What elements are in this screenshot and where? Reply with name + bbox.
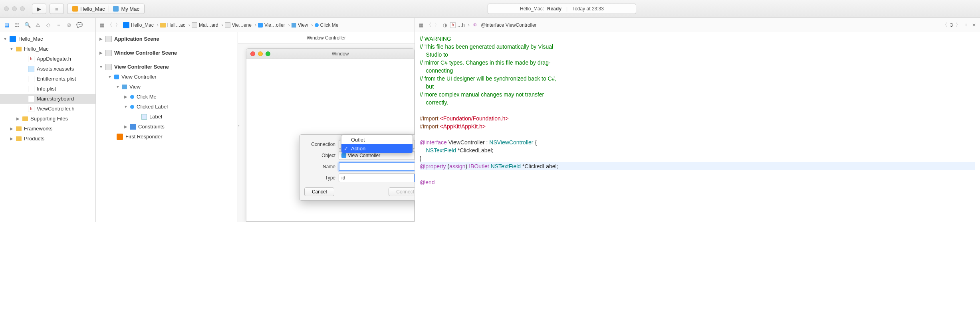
view-controller-icon (341, 153, 346, 158)
disclosure-triangle-icon[interactable]: ▶ (10, 126, 14, 131)
navigator-item[interactable]: ▼Hello_Mac (0, 44, 95, 54)
name-input[interactable] (339, 162, 415, 171)
counterparts-icon[interactable]: ◑ (442, 22, 448, 28)
click-icon (315, 23, 319, 27)
debug-navigator-icon[interactable]: ≡ (56, 22, 61, 28)
project-navigator-icon[interactable]: ▤ (4, 22, 10, 28)
disclosure-triangle-icon[interactable]: ▼ (108, 75, 112, 79)
navigator-item[interactable]: Main.storyboard (0, 94, 95, 104)
symbol-navigator-icon[interactable]: ☷ (14, 22, 20, 28)
outline-item[interactable]: ▶Window Controller Scene (96, 48, 238, 58)
assistant-editor[interactable]: // WARNING // This file has been generat… (415, 32, 980, 222)
prev-counterpart-button[interactable]: 〈 (942, 22, 948, 28)
navigator-item-label: AppDelegate.h (37, 56, 71, 62)
navigator-item[interactable]: ▶Frameworks (0, 124, 95, 134)
navigator-item[interactable]: Info.plist (0, 84, 95, 94)
navigator-item[interactable]: ▶Products (0, 134, 95, 144)
report-navigator-icon[interactable]: 💬 (77, 22, 82, 28)
view-icon (122, 85, 127, 89)
forward-button[interactable]: 〉 (115, 22, 121, 28)
window-frame[interactable]: Window Vi Connection Outlet Action Objec… (246, 48, 415, 222)
stop-button[interactable]: ■ (50, 4, 64, 14)
zoom-window-icon[interactable] (20, 6, 25, 11)
scheme-selector[interactable]: Hello_Mac My Mac (67, 4, 145, 14)
outline-item[interactable]: ▼View (96, 82, 238, 92)
jump-bar-crumb[interactable]: Click Me (315, 22, 339, 28)
jump-bar-crumb[interactable]: Vie…oller (258, 22, 292, 28)
status-title: Hello_Mac: (520, 6, 544, 12)
outline-item[interactable]: ▶Constraints (96, 122, 238, 132)
disclosure-triangle-icon[interactable]: ▼ (10, 47, 14, 51)
outline-item[interactable]: ▼View Controller (96, 72, 238, 82)
h-icon: h (28, 106, 34, 112)
window-toolbar: ▶ ■ Hello_Mac My Mac Hello_Mac: Ready | … (0, 0, 980, 18)
click-icon (130, 105, 134, 109)
outline-item[interactable]: ▶Application Scene (96, 34, 238, 44)
jump-bar-crumb[interactable]: Hello_Mac (123, 22, 160, 28)
breakpoint-navigator-icon[interactable]: ⎚ (66, 22, 72, 28)
related-items-icon[interactable]: ▦ (99, 22, 105, 28)
jump-bar-crumb[interactable]: Vie…ene (225, 22, 258, 28)
connection-dropdown: Outlet Action (341, 135, 413, 153)
initial-scene-arrow-icon: ▷ (238, 121, 240, 130)
scene-icon (105, 50, 112, 56)
outline-item[interactable]: Label (96, 112, 238, 122)
navigator-item[interactable]: ▶Supporting Files (0, 114, 95, 124)
jump-bar-crumb[interactable]: View (292, 22, 315, 28)
outline-item[interactable]: ▼Clicked Label (96, 102, 238, 112)
jump-bar-crumb[interactable]: Mai…ard (192, 22, 225, 28)
outline-item[interactable]: First Responder (96, 132, 238, 142)
connection-option-outlet[interactable]: Outlet (341, 135, 413, 144)
search-navigator-icon[interactable]: 🔍 (25, 22, 30, 28)
storyboard-canvas[interactable]: Window Controller ▷ Window Vi Connection (238, 32, 415, 222)
folder-icon (160, 23, 166, 28)
outline-item[interactable]: ▼View Controller Scene (96, 62, 238, 72)
disclosure-triangle-icon[interactable]: ▶ (16, 116, 20, 121)
connection-option-action[interactable]: Action (341, 144, 413, 153)
disclosure-triangle-icon[interactable]: ▶ (10, 136, 14, 141)
cancel-button[interactable]: Cancel (304, 187, 334, 196)
resp-icon (117, 134, 123, 140)
disclosure-triangle-icon[interactable]: ▼ (99, 65, 103, 69)
outline-item[interactable]: ▶Click Me (96, 92, 238, 102)
jump-bar-crumb[interactable]: Hell…ac (160, 22, 192, 28)
close-window-icon[interactable] (4, 6, 9, 11)
run-button[interactable]: ▶ (32, 4, 46, 14)
navigator-item[interactable]: Entitlements.plist (0, 74, 95, 84)
issue-navigator-icon[interactable]: ⚠ (35, 22, 41, 28)
outline-item-label: First Responder (125, 134, 162, 140)
disclosure-triangle-icon[interactable]: ▶ (124, 124, 128, 129)
window-title: Window (270, 51, 410, 57)
assistant-file-crumb[interactable]: h…h (450, 22, 471, 28)
proj-icon (10, 36, 16, 42)
assistant-related-icon[interactable]: ▦ (418, 22, 424, 28)
disclosure-triangle-icon[interactable]: ▼ (116, 85, 120, 89)
navigator-item-label: ViewController.h (37, 106, 74, 112)
outline-item-label: Label (149, 114, 162, 120)
navigator-item[interactable]: Assets.xcassets (0, 64, 95, 74)
test-navigator-icon[interactable]: ◇ (46, 22, 51, 28)
disclosure-triangle-icon[interactable]: ▼ (3, 37, 7, 41)
disclosure-triangle-icon[interactable]: ▼ (124, 104, 128, 109)
navigator-item[interactable]: ▼Hello_Mac (0, 34, 95, 44)
next-counterpart-button[interactable]: 〉 (955, 22, 961, 28)
connect-button[interactable]: Connect (389, 187, 415, 196)
navigator-item[interactable]: hAppDelegate.h (0, 54, 95, 64)
assistant-symbol-crumb[interactable]: © @interface ViewController (474, 22, 537, 28)
assistant-back-button[interactable]: 〈 (426, 22, 432, 28)
disclosure-triangle-icon[interactable]: ▶ (99, 37, 103, 41)
disclosure-triangle-icon[interactable]: ▶ (124, 95, 128, 99)
vc-icon (114, 75, 119, 79)
disclosure-triangle-icon[interactable]: ▶ (99, 51, 103, 55)
close-assistant-button[interactable]: ✕ (971, 22, 977, 28)
type-select[interactable]: id (339, 173, 415, 182)
navigator-item[interactable]: hViewController.h (0, 104, 95, 114)
back-button[interactable]: 〈 (107, 22, 113, 28)
add-assistant-button[interactable]: ＋ (963, 22, 969, 28)
window-minimize-icon (258, 51, 263, 56)
scheme-dest-label: My Mac (121, 6, 139, 12)
counterpart-counter: 3 (950, 22, 953, 28)
minimize-window-icon[interactable] (12, 6, 17, 11)
assistant-forward-button[interactable]: 〉 (434, 22, 440, 28)
window-close-icon (250, 51, 255, 56)
